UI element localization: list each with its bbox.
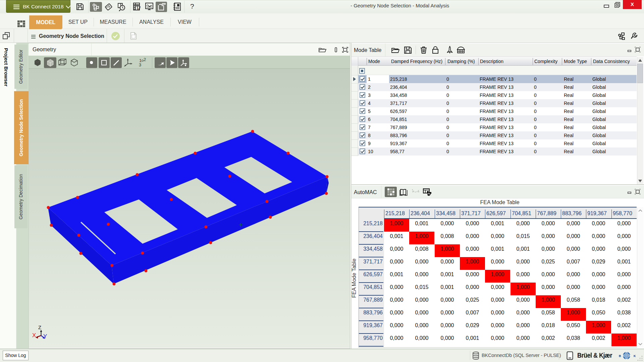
svg-text:z: z [139, 5, 141, 9]
svg-text:Y: Y [43, 333, 47, 340]
svg-text:X: X [32, 332, 36, 339]
svg-text:B: B [619, 354, 621, 358]
svg-text:K: K [634, 354, 636, 358]
svg-text:Z: Z [38, 324, 41, 330]
